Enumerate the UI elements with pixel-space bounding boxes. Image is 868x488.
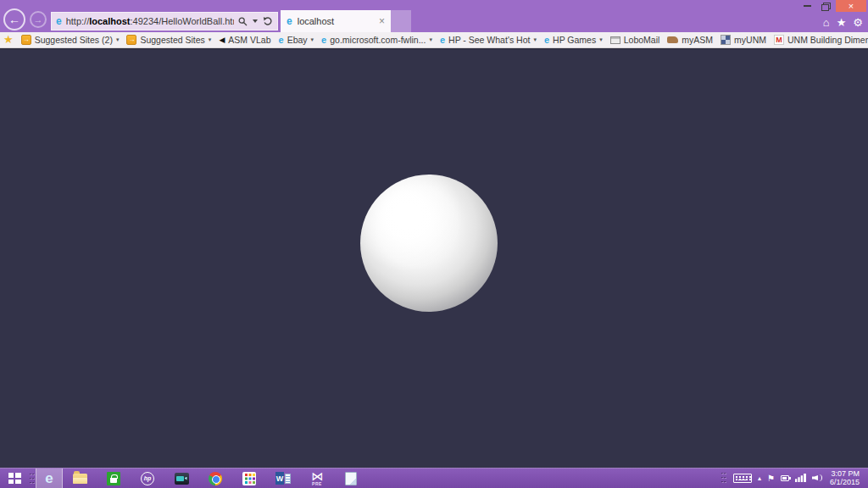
start-button[interactable] <box>0 469 29 488</box>
taskbar-visual-studio-button[interactable]: ⋈PRE <box>300 469 334 488</box>
search-icon[interactable] <box>238 17 248 26</box>
favorite-asm-vlab[interactable]: ◀ ASM VLab <box>219 35 270 45</box>
ie-favicon-icon: e <box>321 35 326 45</box>
volume-speaker-icon[interactable] <box>812 474 824 482</box>
word-page <box>285 474 291 484</box>
favorite-label: LoboMail <box>624 35 660 45</box>
tab-localhost[interactable]: e localhost × <box>281 10 391 32</box>
show-hidden-icons-chevron-icon[interactable]: ▴ <box>758 474 761 482</box>
ie-favicon-icon: e <box>440 35 445 45</box>
visual-studio-bowtie: ⋈ <box>311 471 323 482</box>
favorite-suggested-sites[interactable]: Suggested Sites ▾ <box>126 35 211 45</box>
chevron-down-icon: ▾ <box>311 36 314 43</box>
page-content <box>0 48 868 468</box>
browser-toolbar: ⌂ ★ ⚙ <box>823 16 863 30</box>
power-icon[interactable] <box>781 475 789 481</box>
favorite-label: HP - See What's Hot <box>448 35 530 45</box>
favorite-label: ASM VLab <box>228 35 270 45</box>
back-arrow-icon: ← <box>8 13 20 26</box>
system-tray: ▴ ⚑ 3:07 PM 6/1/2015 <box>721 468 868 488</box>
chevron-down-icon: ▾ <box>599 36 603 43</box>
url-path: :49234/HelloWorldBall.html <box>131 16 234 26</box>
visual-studio-icon: ⋈PRE <box>311 471 323 486</box>
favorite-lobomail[interactable]: LoboMail <box>610 35 660 45</box>
tray-grip[interactable] <box>721 471 727 485</box>
minimize-button[interactable] <box>798 0 815 12</box>
url-prefix: http:// <box>66 16 90 26</box>
refresh-icon[interactable] <box>263 16 273 26</box>
minimize-icon <box>804 5 811 7</box>
internet-explorer-icon: e <box>45 470 53 487</box>
favorite-label: Suggested Sites (2) <box>35 35 113 45</box>
taskbar-hp-button[interactable]: hp <box>131 469 164 488</box>
favorite-suggested-sites-2[interactable]: Suggested Sites (2) ▾ <box>21 35 120 45</box>
favorite-myunm[interactable]: myUNM <box>721 35 766 45</box>
network-signal-icon[interactable] <box>795 474 806 482</box>
favorite-label: HP Games <box>553 35 596 45</box>
checkered-tile-icon <box>721 35 731 45</box>
favorite-hp-games[interactable]: e HP Games ▾ <box>544 35 603 45</box>
favorite-hp-whats-hot[interactable]: e HP - See What's Hot ▾ <box>440 35 537 45</box>
add-favorite-star-icon[interactable]: ★ <box>3 34 14 46</box>
chevron-down-icon: ▾ <box>116 36 120 43</box>
address-bar[interactable]: e http://localhost:49234/HelloWorldBall.… <box>51 12 278 30</box>
taskbar-chrome-button[interactable] <box>198 469 232 488</box>
close-icon: × <box>849 1 854 11</box>
favorites-star-icon[interactable]: ★ <box>837 16 847 30</box>
camera-icon <box>175 473 189 485</box>
desktop-screen: ← → e http://localhost:49234/HelloWorldB… <box>0 0 868 488</box>
suggested-sites-icon <box>126 35 136 45</box>
restore-button[interactable] <box>816 0 833 12</box>
window-icon <box>610 36 620 44</box>
site-favicon-icon: e <box>56 15 62 27</box>
chrome-icon <box>209 472 222 485</box>
tab-title: localhost <box>298 16 334 26</box>
ie-favicon-icon: e <box>279 35 284 45</box>
forward-arrow-icon: → <box>34 14 43 25</box>
notepad-icon <box>345 472 357 485</box>
action-center-flag-icon[interactable]: ⚑ <box>767 474 775 483</box>
new-tab-button[interactable] <box>391 10 411 32</box>
restore-icon <box>821 3 829 9</box>
taskbar-internet-explorer-button[interactable]: e <box>36 469 63 488</box>
word-w-tile: W <box>275 472 284 485</box>
taskbar-clock[interactable]: 3:07 PM 6/1/2015 <box>830 469 860 487</box>
taskbar-word-button[interactable]: W <box>266 469 300 488</box>
taskbar-notepad-button[interactable] <box>334 469 368 488</box>
wolf-icon <box>667 36 678 43</box>
taskbar-file-explorer-button[interactable] <box>63 469 97 488</box>
settings-gear-icon[interactable]: ⚙ <box>853 16 863 30</box>
favorite-label: UNM Building Dimensions... <box>787 35 868 45</box>
forward-button[interactable]: → <box>30 11 47 28</box>
clock-time: 3:07 PM <box>830 469 860 479</box>
favorite-label: go.microsoft.com-fwlin... <box>330 35 426 45</box>
favorite-unm-building-dimensions[interactable]: UNM Building Dimensions... <box>774 35 868 45</box>
ie-favicon-icon: e <box>544 35 549 45</box>
chevron-down-icon: ▾ <box>533 36 537 43</box>
mail-m-icon <box>774 35 784 45</box>
favorite-ebay[interactable]: e Ebay ▾ <box>279 35 314 45</box>
taskbar-grip[interactable] <box>29 472 36 485</box>
favorite-go-microsoft[interactable]: e go.microsoft.com-fwlin... ▾ <box>321 35 432 45</box>
tab-close-icon[interactable]: × <box>379 16 385 26</box>
address-bar-actions <box>238 16 273 26</box>
chevron-down-icon: ▾ <box>209 36 212 43</box>
suggested-sites-icon <box>21 35 31 45</box>
chevron-down-icon: ▾ <box>429 36 432 43</box>
url-host: localhost <box>89 16 130 26</box>
favorite-label: myASM <box>682 35 713 45</box>
taskbar-store-button[interactable] <box>97 469 131 488</box>
favorite-label: myUNM <box>734 35 766 45</box>
windows-store-icon <box>107 472 120 485</box>
url-text[interactable]: http://localhost:49234/HelloWorldBall.ht… <box>66 16 234 26</box>
home-icon[interactable]: ⌂ <box>823 16 830 30</box>
word-icon: W <box>275 472 291 485</box>
close-button[interactable]: × <box>836 0 866 12</box>
back-button[interactable]: ← <box>3 8 25 30</box>
taskbar-apps-button[interactable] <box>232 469 266 488</box>
address-dropdown-icon[interactable] <box>253 19 258 23</box>
favorite-myasm[interactable]: myASM <box>667 35 713 45</box>
touch-keyboard-icon[interactable] <box>733 474 752 483</box>
windows-logo-icon <box>8 473 21 484</box>
taskbar-youcam-button[interactable] <box>164 469 198 488</box>
